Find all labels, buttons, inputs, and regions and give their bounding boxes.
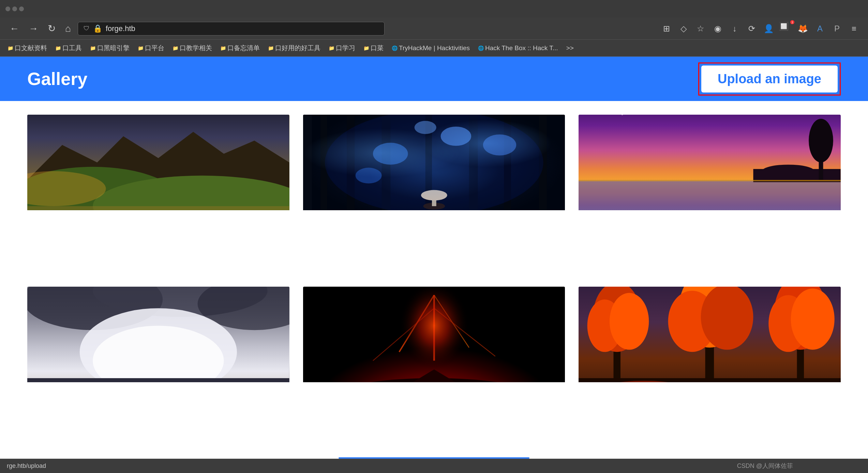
bookmark-more[interactable]: >> [563, 43, 577, 53]
bookmark-label-8: 口菜 [371, 44, 384, 53]
bookmark-3[interactable]: 📁 口平台 [134, 42, 168, 54]
address-text: forge.htb [106, 24, 135, 33]
bookmark-10[interactable]: 🌐 Hack The Box :: Hack T... [475, 43, 562, 53]
bookmark-label-2: 口黑暗引擎 [97, 44, 130, 53]
bookmarks-bar: 📁 口文献资料 📁 口工具 📁 口黑暗引擎 📁 口平台 📁 口教学相关 📁 口备… [0, 40, 868, 57]
browser-titlebar [0, 0, 868, 18]
pocket-icon[interactable]: ◉ [710, 22, 725, 36]
notification-icon[interactable]: 🔲 1 [779, 22, 793, 36]
folder-icon-4: 📁 [173, 45, 178, 51]
bookmark-label-6: 口好用的好工具 [275, 44, 320, 53]
image-butterflies [303, 115, 565, 210]
bookmark-label-7: 口学习 [336, 44, 355, 53]
status-url: rge.htb/upload [7, 462, 46, 470]
page-content: Gallery Upload an image [0, 57, 868, 473]
bookmark-label-3: 口平台 [145, 44, 164, 53]
svg-rect-9 [347, 115, 355, 210]
bookmark-8[interactable]: 📁 口菜 [360, 42, 387, 54]
upload-button-wrapper: Upload an image [698, 62, 841, 96]
svg-point-56 [610, 293, 649, 350]
translate-icon[interactable]: ⊞ [659, 22, 674, 36]
svg-point-20 [355, 168, 381, 183]
app1-icon[interactable]: 🦊 [796, 22, 810, 36]
dot-3 [19, 6, 24, 11]
image-autumn [579, 287, 841, 382]
svg-rect-16 [432, 193, 436, 206]
svg-rect-6 [303, 115, 565, 210]
gallery-item-3[interactable] [579, 115, 841, 273]
gallery-item-4[interactable] [27, 287, 289, 445]
svg-rect-12 [469, 115, 478, 210]
svg-rect-10 [381, 115, 390, 210]
svg-rect-7 [303, 115, 312, 210]
gallery-title: Gallery [27, 69, 87, 89]
bookmark-2[interactable]: 📁 口黑暗引擎 [87, 42, 133, 54]
svg-point-29 [809, 119, 833, 162]
bookmark-label-9: TryHackMe | Hacktivities [399, 44, 470, 52]
gallery-item-5[interactable] [303, 287, 565, 445]
gallery-item-1[interactable] [27, 115, 289, 273]
svg-point-21 [483, 134, 516, 155]
svg-rect-41 [27, 378, 289, 382]
upload-button[interactable]: Upload an image [701, 66, 838, 92]
back-button[interactable]: ← [7, 22, 22, 35]
extensions-icon[interactable]: ◇ [676, 22, 691, 36]
svg-rect-14 [539, 115, 547, 210]
gallery-grid [27, 115, 841, 445]
browser-window: ← → ↻ ⌂ 🛡 🔒 forge.htb ⊞ ◇ ☆ ◉ ↓ ⟳ 👤 🔲 1 … [0, 0, 868, 473]
svg-rect-65 [579, 378, 841, 382]
bookmark-label-0: 口文献资料 [15, 44, 47, 53]
folder-icon-8: 📁 [363, 45, 369, 51]
bookmark-7[interactable]: 📁 口学习 [325, 42, 359, 54]
svg-point-19 [440, 127, 471, 146]
image-sunset [579, 115, 841, 210]
bookmark-label-10: Hack The Box :: Hack T... [485, 44, 558, 52]
app3-icon[interactable]: P [830, 22, 844, 36]
image-volcano [303, 287, 565, 382]
svg-point-17 [421, 190, 447, 201]
svg-point-60 [701, 287, 753, 350]
home-button[interactable]: ⌂ [62, 22, 74, 35]
folder-icon-1: 📁 [55, 45, 61, 51]
address-bar[interactable]: 🛡 🔒 forge.htb [78, 22, 385, 35]
attribution: CSDN @人间体佐菲 [737, 459, 800, 473]
bookmark-label-5: 口备忘清单 [227, 44, 260, 53]
attribution-text: CSDN @人间体佐菲 [737, 462, 793, 470]
folder-icon-3: 📁 [138, 45, 144, 51]
bookmark-icon[interactable]: ☆ [693, 22, 708, 36]
svg-point-27 [762, 164, 814, 177]
bookmark-4[interactable]: 📁 口教学相关 [169, 42, 215, 54]
app2-icon[interactable]: A [813, 22, 827, 36]
security-icon: 🛡 [84, 25, 90, 32]
bookmark-6[interactable]: 📁 口好用的好工具 [265, 42, 324, 54]
profile-icon[interactable]: 👤 [762, 22, 776, 36]
bookmark-5[interactable]: 📁 口备忘清单 [217, 42, 263, 54]
bookmark-label-4: 口教学相关 [180, 44, 212, 53]
bookmark-9[interactable]: 🌐 TryHackMe | Hacktivities [388, 43, 473, 53]
bookmark-1[interactable]: 📁 口工具 [52, 42, 85, 54]
sync-icon[interactable]: ⟳ [745, 22, 759, 36]
browser-toolbar: ← → ↻ ⌂ 🛡 🔒 forge.htb ⊞ ◇ ☆ ◉ ↓ ⟳ 👤 🔲 1 … [0, 18, 868, 40]
bookmark-0[interactable]: 📁 口文献资料 [4, 42, 50, 54]
gallery-item-6[interactable] [579, 287, 841, 445]
svg-rect-11 [425, 115, 432, 210]
more-label: >> [566, 44, 574, 52]
svg-rect-25 [579, 180, 841, 210]
forward-button[interactable]: → [26, 22, 41, 35]
folder-icon-2: 📁 [90, 45, 96, 51]
gallery-header: Gallery Upload an image [0, 57, 868, 101]
svg-rect-5 [27, 206, 289, 210]
gallery-area [0, 101, 868, 459]
reload-button[interactable]: ↻ [45, 22, 58, 35]
gallery-item-2[interactable] [303, 115, 565, 273]
image-clouds [27, 287, 289, 382]
menu-button[interactable]: ≡ [847, 22, 861, 36]
notification-badge: 1 [790, 20, 794, 24]
image-landscape [27, 115, 289, 210]
dot-1 [5, 6, 10, 11]
folder-icon-5: 📁 [220, 45, 226, 51]
download-icon[interactable]: ↓ [728, 22, 742, 36]
svg-point-18 [373, 143, 408, 164]
address-icon-2: 🔒 [93, 24, 102, 33]
toolbar-icons: ⊞ ◇ ☆ ◉ ↓ ⟳ 👤 🔲 1 🦊 A P ≡ [659, 22, 861, 36]
